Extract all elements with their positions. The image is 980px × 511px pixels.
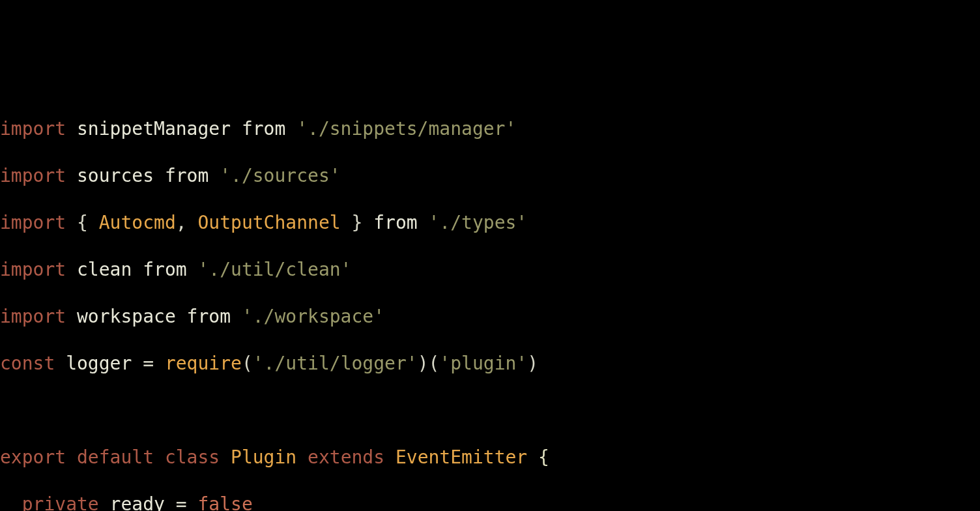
keyword-const: const (0, 353, 55, 374)
keyword-private: private (22, 493, 99, 511)
code-line: import snippetManager from './snippets/m… (0, 117, 980, 141)
keyword-export: export (0, 446, 66, 468)
code-line: import clean from './util/clean' (0, 258, 980, 282)
keyword-import: import (0, 165, 66, 186)
code-line (0, 399, 980, 422)
code-line: private ready = false (0, 493, 980, 511)
keyword-import: import (0, 259, 66, 280)
keyword-import: import (0, 212, 66, 233)
code-line: const logger = require('./util/logger')(… (0, 352, 980, 375)
code-editor[interactable]: import snippetManager from './snippets/m… (0, 94, 980, 511)
code-line: import sources from './sources' (0, 164, 980, 188)
code-line: import workspace from './workspace' (0, 305, 980, 328)
code-line: import { Autocmd, OutputChannel } from '… (0, 211, 980, 235)
keyword-import: import (0, 118, 66, 139)
keyword-import: import (0, 306, 66, 327)
code-line: export default class Plugin extends Even… (0, 446, 980, 469)
